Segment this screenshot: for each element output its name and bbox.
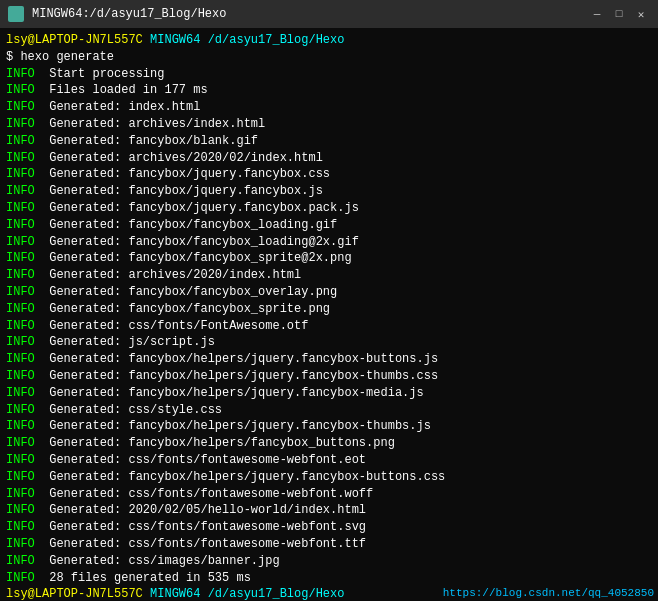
- output-line-11: INFO Generated: fancybox/fancybox_loadin…: [6, 234, 652, 251]
- output-line-31: INFO 28 files generated in 535 ms: [6, 570, 652, 587]
- maximize-button[interactable]: □: [610, 5, 628, 23]
- title-text: MINGW64:/d/asyu17_Blog/Hexo: [32, 7, 588, 21]
- output-line-12: INFO Generated: fancybox/fancybox_sprite…: [6, 250, 652, 267]
- output-line-15: INFO Generated: fancybox/fancybox_sprite…: [6, 301, 652, 318]
- output-line-26: INFO Generated: css/fonts/fontawesome-we…: [6, 486, 652, 503]
- output-line-25: INFO Generated: fancybox/helpers/jquery.…: [6, 469, 652, 486]
- output-line-28: INFO Generated: css/fonts/fontawesome-we…: [6, 519, 652, 536]
- output-line-14: INFO Generated: fancybox/fancybox_overla…: [6, 284, 652, 301]
- output-line-17: INFO Generated: js/script.js: [6, 334, 652, 351]
- output-line-16: INFO Generated: css/fonts/FontAwesome.ot…: [6, 318, 652, 335]
- output-line-8: INFO Generated: fancybox/jquery.fancybox…: [6, 183, 652, 200]
- window-icon: [8, 6, 24, 22]
- output-line-27: INFO Generated: 2020/02/05/hello-world/i…: [6, 502, 652, 519]
- terminal-body[interactable]: lsy@LAPTOP-JN7L557C MINGW64 /d/asyu17_Bl…: [0, 28, 658, 601]
- minimize-button[interactable]: —: [588, 5, 606, 23]
- title-bar: MINGW64:/d/asyu17_Blog/Hexo — □ ✕: [0, 0, 658, 28]
- output-line-30: INFO Generated: css/images/banner.jpg: [6, 553, 652, 570]
- terminal-window: MINGW64:/d/asyu17_Blog/Hexo — □ ✕ lsy@LA…: [0, 0, 658, 601]
- output-line-3: INFO Generated: index.html: [6, 99, 652, 116]
- output-line-22: INFO Generated: fancybox/helpers/jquery.…: [6, 418, 652, 435]
- output-line-9: INFO Generated: fancybox/jquery.fancybox…: [6, 200, 652, 217]
- output-line-1: INFO Start processing: [6, 66, 652, 83]
- watermark: https://blog.csdn.net/qq_4052850: [443, 587, 654, 599]
- output-line-7: INFO Generated: fancybox/jquery.fancybox…: [6, 166, 652, 183]
- prompt-line-1: lsy@LAPTOP-JN7L557C MINGW64 /d/asyu17_Bl…: [6, 32, 652, 49]
- output-line-10: INFO Generated: fancybox/fancybox_loadin…: [6, 217, 652, 234]
- output-line-13: INFO Generated: archives/2020/index.html: [6, 267, 652, 284]
- output-line-20: INFO Generated: fancybox/helpers/jquery.…: [6, 385, 652, 402]
- output-line-19: INFO Generated: fancybox/helpers/jquery.…: [6, 368, 652, 385]
- output-line-21: INFO Generated: css/style.css: [6, 402, 652, 419]
- close-button[interactable]: ✕: [632, 5, 650, 23]
- output-line-5: INFO Generated: fancybox/blank.gif: [6, 133, 652, 150]
- output-line-29: INFO Generated: css/fonts/fontawesome-we…: [6, 536, 652, 553]
- output-line-6: INFO Generated: archives/2020/02/index.h…: [6, 150, 652, 167]
- output-line-2: INFO Files loaded in 177 ms: [6, 82, 652, 99]
- command-line-1: $ hexo generate: [6, 49, 652, 66]
- output-line-4: INFO Generated: archives/index.html: [6, 116, 652, 133]
- output-line-24: INFO Generated: css/fonts/fontawesome-we…: [6, 452, 652, 469]
- output-line-23: INFO Generated: fancybox/helpers/fancybo…: [6, 435, 652, 452]
- output-line-18: INFO Generated: fancybox/helpers/jquery.…: [6, 351, 652, 368]
- window-controls: — □ ✕: [588, 5, 650, 23]
